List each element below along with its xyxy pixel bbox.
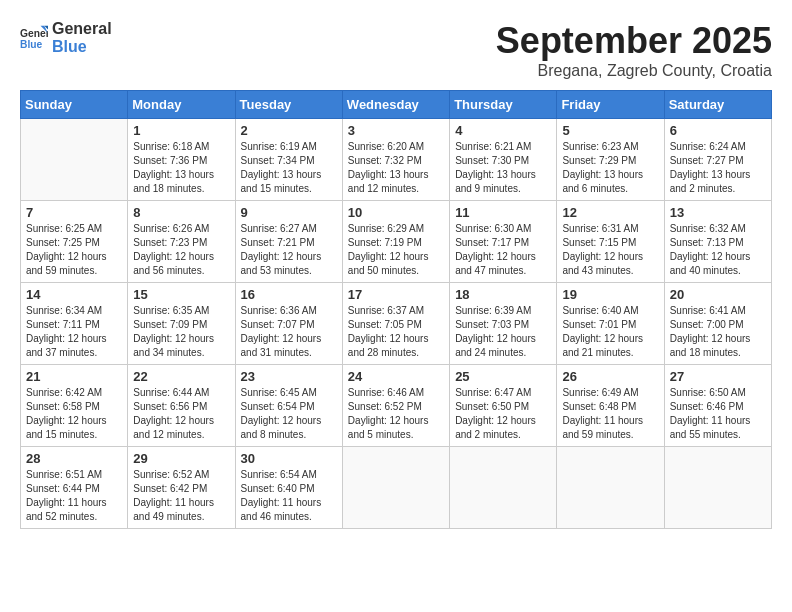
day-info: Sunrise: 6:25 AMSunset: 7:25 PMDaylight:…: [26, 222, 122, 278]
day-info: Sunrise: 6:54 AMSunset: 6:40 PMDaylight:…: [241, 468, 337, 524]
calendar-cell: 1Sunrise: 6:18 AMSunset: 7:36 PMDaylight…: [128, 119, 235, 201]
calendar-cell: 29Sunrise: 6:52 AMSunset: 6:42 PMDayligh…: [128, 447, 235, 529]
calendar-cell: 15Sunrise: 6:35 AMSunset: 7:09 PMDayligh…: [128, 283, 235, 365]
page-header: General Blue General Blue September 2025…: [20, 20, 772, 80]
day-number: 19: [562, 287, 658, 302]
day-number: 26: [562, 369, 658, 384]
day-number: 20: [670, 287, 766, 302]
day-number: 2: [241, 123, 337, 138]
weekday-header-row: SundayMondayTuesdayWednesdayThursdayFrid…: [21, 91, 772, 119]
calendar-cell: 6Sunrise: 6:24 AMSunset: 7:27 PMDaylight…: [664, 119, 771, 201]
day-info: Sunrise: 6:39 AMSunset: 7:03 PMDaylight:…: [455, 304, 551, 360]
calendar-cell: 7Sunrise: 6:25 AMSunset: 7:25 PMDaylight…: [21, 201, 128, 283]
week-row-5: 28Sunrise: 6:51 AMSunset: 6:44 PMDayligh…: [21, 447, 772, 529]
calendar-cell: 19Sunrise: 6:40 AMSunset: 7:01 PMDayligh…: [557, 283, 664, 365]
calendar-cell: 18Sunrise: 6:39 AMSunset: 7:03 PMDayligh…: [450, 283, 557, 365]
calendar-cell: 10Sunrise: 6:29 AMSunset: 7:19 PMDayligh…: [342, 201, 449, 283]
logo-general-text: General: [52, 20, 112, 38]
day-info: Sunrise: 6:32 AMSunset: 7:13 PMDaylight:…: [670, 222, 766, 278]
day-info: Sunrise: 6:37 AMSunset: 7:05 PMDaylight:…: [348, 304, 444, 360]
day-info: Sunrise: 6:26 AMSunset: 7:23 PMDaylight:…: [133, 222, 229, 278]
calendar-cell: 16Sunrise: 6:36 AMSunset: 7:07 PMDayligh…: [235, 283, 342, 365]
week-row-1: 1Sunrise: 6:18 AMSunset: 7:36 PMDaylight…: [21, 119, 772, 201]
calendar-cell: [450, 447, 557, 529]
day-number: 30: [241, 451, 337, 466]
day-info: Sunrise: 6:52 AMSunset: 6:42 PMDaylight:…: [133, 468, 229, 524]
month-title: September 2025: [496, 20, 772, 62]
day-info: Sunrise: 6:49 AMSunset: 6:48 PMDaylight:…: [562, 386, 658, 442]
day-number: 15: [133, 287, 229, 302]
weekday-header-sunday: Sunday: [21, 91, 128, 119]
calendar-cell: 17Sunrise: 6:37 AMSunset: 7:05 PMDayligh…: [342, 283, 449, 365]
day-info: Sunrise: 6:23 AMSunset: 7:29 PMDaylight:…: [562, 140, 658, 196]
calendar-cell: 2Sunrise: 6:19 AMSunset: 7:34 PMDaylight…: [235, 119, 342, 201]
calendar-cell: 14Sunrise: 6:34 AMSunset: 7:11 PMDayligh…: [21, 283, 128, 365]
day-number: 22: [133, 369, 229, 384]
day-info: Sunrise: 6:36 AMSunset: 7:07 PMDaylight:…: [241, 304, 337, 360]
day-info: Sunrise: 6:51 AMSunset: 6:44 PMDaylight:…: [26, 468, 122, 524]
day-number: 4: [455, 123, 551, 138]
location-title: Bregana, Zagreb County, Croatia: [496, 62, 772, 80]
logo: General Blue General Blue: [20, 20, 112, 55]
calendar-cell: 11Sunrise: 6:30 AMSunset: 7:17 PMDayligh…: [450, 201, 557, 283]
day-number: 6: [670, 123, 766, 138]
weekday-header-saturday: Saturday: [664, 91, 771, 119]
day-number: 7: [26, 205, 122, 220]
calendar-cell: 13Sunrise: 6:32 AMSunset: 7:13 PMDayligh…: [664, 201, 771, 283]
day-number: 16: [241, 287, 337, 302]
day-number: 25: [455, 369, 551, 384]
calendar-cell: [342, 447, 449, 529]
week-row-4: 21Sunrise: 6:42 AMSunset: 6:58 PMDayligh…: [21, 365, 772, 447]
day-info: Sunrise: 6:24 AMSunset: 7:27 PMDaylight:…: [670, 140, 766, 196]
day-number: 27: [670, 369, 766, 384]
calendar-cell: 22Sunrise: 6:44 AMSunset: 6:56 PMDayligh…: [128, 365, 235, 447]
calendar-cell: 30Sunrise: 6:54 AMSunset: 6:40 PMDayligh…: [235, 447, 342, 529]
logo-icon: General Blue: [20, 24, 48, 52]
calendar-cell: [557, 447, 664, 529]
calendar-cell: 12Sunrise: 6:31 AMSunset: 7:15 PMDayligh…: [557, 201, 664, 283]
calendar-cell: 25Sunrise: 6:47 AMSunset: 6:50 PMDayligh…: [450, 365, 557, 447]
svg-text:General: General: [20, 28, 48, 39]
svg-text:Blue: Blue: [20, 39, 43, 50]
day-info: Sunrise: 6:27 AMSunset: 7:21 PMDaylight:…: [241, 222, 337, 278]
day-info: Sunrise: 6:45 AMSunset: 6:54 PMDaylight:…: [241, 386, 337, 442]
day-info: Sunrise: 6:42 AMSunset: 6:58 PMDaylight:…: [26, 386, 122, 442]
day-info: Sunrise: 6:40 AMSunset: 7:01 PMDaylight:…: [562, 304, 658, 360]
day-number: 9: [241, 205, 337, 220]
calendar-cell: [21, 119, 128, 201]
calendar-cell: 20Sunrise: 6:41 AMSunset: 7:00 PMDayligh…: [664, 283, 771, 365]
day-number: 24: [348, 369, 444, 384]
calendar-cell: 28Sunrise: 6:51 AMSunset: 6:44 PMDayligh…: [21, 447, 128, 529]
day-number: 17: [348, 287, 444, 302]
weekday-header-friday: Friday: [557, 91, 664, 119]
calendar-cell: 21Sunrise: 6:42 AMSunset: 6:58 PMDayligh…: [21, 365, 128, 447]
day-number: 12: [562, 205, 658, 220]
calendar-cell: 26Sunrise: 6:49 AMSunset: 6:48 PMDayligh…: [557, 365, 664, 447]
calendar-table: SundayMondayTuesdayWednesdayThursdayFrid…: [20, 90, 772, 529]
day-number: 1: [133, 123, 229, 138]
calendar-cell: 5Sunrise: 6:23 AMSunset: 7:29 PMDaylight…: [557, 119, 664, 201]
day-info: Sunrise: 6:30 AMSunset: 7:17 PMDaylight:…: [455, 222, 551, 278]
day-info: Sunrise: 6:21 AMSunset: 7:30 PMDaylight:…: [455, 140, 551, 196]
day-info: Sunrise: 6:46 AMSunset: 6:52 PMDaylight:…: [348, 386, 444, 442]
day-info: Sunrise: 6:18 AMSunset: 7:36 PMDaylight:…: [133, 140, 229, 196]
day-number: 11: [455, 205, 551, 220]
day-number: 3: [348, 123, 444, 138]
day-info: Sunrise: 6:34 AMSunset: 7:11 PMDaylight:…: [26, 304, 122, 360]
weekday-header-thursday: Thursday: [450, 91, 557, 119]
calendar-cell: 9Sunrise: 6:27 AMSunset: 7:21 PMDaylight…: [235, 201, 342, 283]
calendar-cell: 27Sunrise: 6:50 AMSunset: 6:46 PMDayligh…: [664, 365, 771, 447]
calendar-cell: 3Sunrise: 6:20 AMSunset: 7:32 PMDaylight…: [342, 119, 449, 201]
day-info: Sunrise: 6:19 AMSunset: 7:34 PMDaylight:…: [241, 140, 337, 196]
day-info: Sunrise: 6:41 AMSunset: 7:00 PMDaylight:…: [670, 304, 766, 360]
day-number: 23: [241, 369, 337, 384]
day-number: 8: [133, 205, 229, 220]
day-number: 13: [670, 205, 766, 220]
day-number: 14: [26, 287, 122, 302]
week-row-3: 14Sunrise: 6:34 AMSunset: 7:11 PMDayligh…: [21, 283, 772, 365]
day-info: Sunrise: 6:50 AMSunset: 6:46 PMDaylight:…: [670, 386, 766, 442]
calendar-cell: 24Sunrise: 6:46 AMSunset: 6:52 PMDayligh…: [342, 365, 449, 447]
day-number: 21: [26, 369, 122, 384]
day-number: 28: [26, 451, 122, 466]
day-info: Sunrise: 6:35 AMSunset: 7:09 PMDaylight:…: [133, 304, 229, 360]
